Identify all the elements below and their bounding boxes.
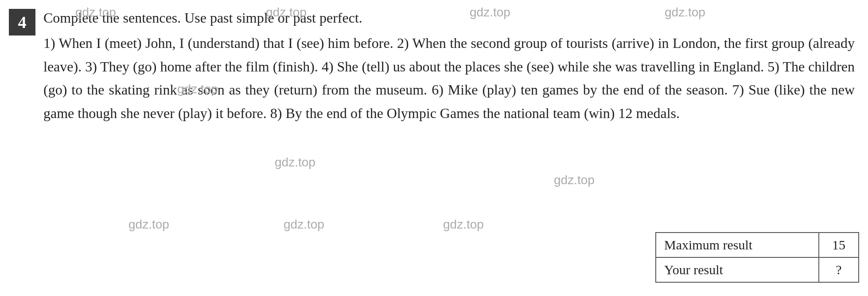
exercise-content: Complete the sentences. Use past simple …	[35, 8, 859, 125]
result-table-wrapper: Maximum result 15 Your result ?	[655, 232, 859, 283]
exercise-text: 1) When I (meet) John, I (understand) th…	[43, 32, 855, 125]
max-result-value: 15	[819, 233, 859, 257]
watermark-10: gdz.top	[443, 217, 484, 232]
table-row-max: Maximum result 15	[656, 233, 859, 257]
exercise-instruction: Complete the sentences. Use past simple …	[43, 8, 855, 28]
result-table: Maximum result 15 Your result ?	[655, 232, 859, 283]
exercise-number: 4	[9, 9, 35, 36]
watermark-8: gdz.top	[128, 217, 169, 232]
page-container: gdz.top gdz.top gdz.top gdz.top 4 Comple…	[0, 0, 868, 296]
exercise-row: 4 Complete the sentences. Use past simpl…	[9, 8, 859, 125]
watermark-9: gdz.top	[284, 217, 324, 232]
watermark-6: gdz.top	[275, 155, 315, 170]
table-row-your: Your result ?	[656, 257, 859, 282]
your-result-value: ?	[819, 257, 859, 282]
your-result-label: Your result	[656, 257, 819, 282]
watermark-7: gdz.top	[554, 173, 595, 187]
max-result-label: Maximum result	[656, 233, 819, 257]
